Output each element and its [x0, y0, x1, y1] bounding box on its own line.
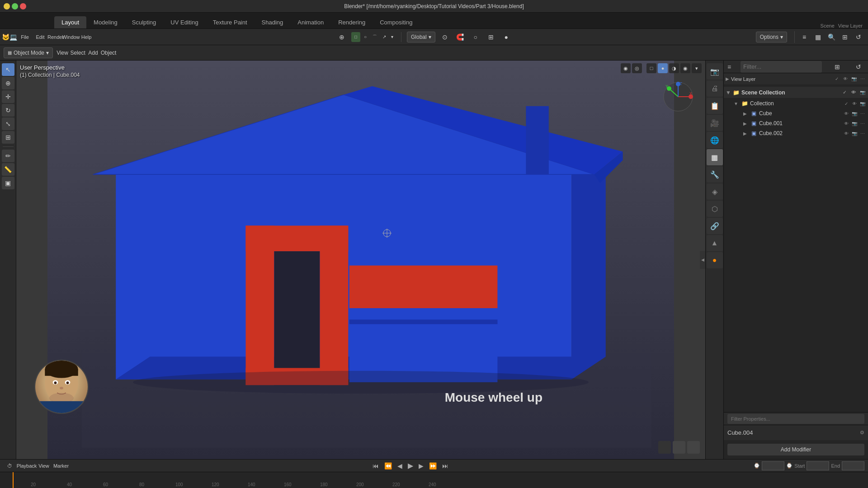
tab-uv-editing[interactable]: UV Editing: [163, 16, 205, 28]
tab-compositing[interactable]: Compositing: [373, 16, 420, 28]
current-frame-input[interactable]: 1: [762, 461, 784, 470]
next-frame[interactable]: ▶: [417, 461, 425, 470]
prop-modifier[interactable]: 🔧: [707, 166, 723, 183]
sc-camera[interactable]: 📷: [859, 89, 866, 96]
step-back[interactable]: ⏪: [382, 461, 394, 470]
cube-eye[interactable]: 👁: [843, 110, 850, 117]
prop-object-data[interactable]: ▲: [707, 235, 723, 251]
render-shade[interactable]: ◉: [680, 63, 690, 73]
edit-menu[interactable]: Edit: [34, 31, 46, 43]
outliner-icon[interactable]: ≡: [798, 31, 810, 43]
jump-end[interactable]: ⏭: [440, 461, 450, 470]
object-mode-dropdown[interactable]: ▦ Object Mode ▾: [4, 47, 53, 58]
cube002-item[interactable]: ▶ ▣ Cube.002 👁 📷 ⋯: [724, 128, 868, 138]
move-tool[interactable]: ✛: [2, 90, 14, 103]
display-mode-2[interactable]: [673, 441, 685, 454]
prop-particles[interactable]: ◈: [707, 183, 723, 200]
tab-modeling[interactable]: Modeling: [86, 16, 125, 28]
sc-check[interactable]: ✓: [841, 89, 848, 96]
prop-object[interactable]: ▦: [707, 149, 723, 165]
tab-rendering[interactable]: Rendering: [331, 16, 373, 28]
cube002-render[interactable]: 📷: [851, 130, 858, 137]
select-circle[interactable]: ○: [361, 32, 370, 42]
cube-render[interactable]: 📷: [851, 110, 858, 117]
cube001-eye[interactable]: 👁: [843, 120, 850, 127]
window-menu[interactable]: Window: [65, 31, 77, 43]
col-check[interactable]: ✓: [843, 100, 850, 107]
cube001-item[interactable]: ▶ ▣ Cube.001 👁 📷 ⋯: [724, 118, 868, 128]
solid-shade[interactable]: ●: [658, 63, 668, 73]
select-box[interactable]: □: [351, 32, 360, 42]
display-mode-1[interactable]: [658, 441, 671, 454]
material-shade[interactable]: ◑: [669, 63, 679, 73]
marker-btn[interactable]: Marker: [55, 460, 67, 472]
view-icon[interactable]: ▦: [812, 31, 824, 43]
timeline-icon[interactable]: ⏱: [4, 460, 15, 472]
outliner-sync[interactable]: ↺: [853, 61, 864, 73]
file-menu[interactable]: File: [19, 31, 31, 43]
search-icon[interactable]: 🔍: [826, 31, 837, 43]
cursor-tool[interactable]: ⊕: [2, 77, 14, 89]
window-minimize[interactable]: [4, 3, 10, 9]
prop-material[interactable]: ●: [707, 252, 723, 268]
cube001-more[interactable]: ⋯: [859, 120, 866, 127]
tab-texture-paint[interactable]: Texture Paint: [206, 16, 255, 28]
filter-icon[interactable]: ⊞: [839, 31, 851, 43]
window-close[interactable]: [20, 3, 26, 9]
add-cube-tool[interactable]: ▣: [2, 177, 14, 189]
transform-orientation[interactable]: Global ▾: [407, 32, 435, 42]
cube-more[interactable]: ⋯: [859, 110, 866, 117]
start-frame-input[interactable]: 1: [807, 461, 829, 470]
prop-physics[interactable]: ⬡: [707, 201, 723, 217]
options-menu[interactable]: Options ▾: [756, 32, 787, 42]
render-menu[interactable]: Render: [50, 31, 61, 43]
prop-world[interactable]: 🌐: [707, 132, 723, 148]
select-lasso[interactable]: ⌒: [370, 32, 379, 42]
scale-tool[interactable]: ⤡: [2, 117, 14, 130]
snap-element[interactable]: ⊞: [485, 31, 497, 43]
cube-item[interactable]: ▶ ▣ Cube 👁 📷 ⋯: [724, 108, 868, 118]
prev-frame[interactable]: ◀: [396, 461, 404, 470]
collection-item[interactable]: ▼ 📁 Collection ✓ 👁 📷: [724, 99, 868, 108]
tab-animation[interactable]: Animation: [290, 16, 331, 28]
measure-tool[interactable]: 📏: [2, 163, 14, 176]
blender-menu[interactable]: 🐱‍💻: [4, 31, 15, 43]
tool-cursor[interactable]: ⊕: [336, 31, 348, 43]
select-button[interactable]: Select: [72, 47, 84, 59]
prop-constraints[interactable]: 🔗: [707, 218, 723, 234]
transform-tool[interactable]: ⊞: [2, 131, 14, 144]
cube002-eye[interactable]: 👁: [843, 130, 850, 137]
view-button[interactable]: View: [57, 47, 68, 59]
add-button[interactable]: Add: [87, 47, 99, 59]
display-mode-3[interactable]: [687, 441, 700, 454]
autokeying[interactable]: ●: [500, 31, 512, 43]
object-button[interactable]: Object: [103, 47, 114, 59]
col-eye[interactable]: 👁: [851, 100, 858, 107]
rotate-tool[interactable]: ↻: [2, 104, 14, 117]
add-modifier-button[interactable]: Add Modifier: [727, 444, 864, 455]
step-forward[interactable]: ⏩: [427, 461, 439, 470]
proportional-edit[interactable]: ○: [470, 31, 481, 43]
tab-sculpting[interactable]: Sculpting: [125, 16, 163, 28]
timeline-ruler[interactable]: 20 40 60 80 100 120 140 160 180 200 220 …: [0, 472, 868, 488]
select-tweak[interactable]: ↗: [380, 32, 389, 42]
jump-start[interactable]: ⏮: [371, 461, 381, 470]
cube002-more[interactable]: ⋯: [859, 130, 866, 137]
viewport-3d[interactable]: User Perspective (1) Collection | Cube.0…: [16, 61, 705, 459]
tab-shading[interactable]: Shading: [255, 16, 291, 28]
prop-scene[interactable]: 🎥: [707, 115, 723, 131]
prop-render[interactable]: 📷: [707, 63, 723, 80]
help-menu[interactable]: Help: [80, 31, 92, 43]
shade-options[interactable]: ▾: [692, 63, 702, 73]
xray-toggle[interactable]: ◎: [632, 63, 642, 73]
properties-options[interactable]: ⚙: [860, 430, 864, 436]
pivot-point[interactable]: ⊙: [439, 31, 451, 43]
sync-icon[interactable]: ↺: [853, 31, 864, 43]
end-frame-input[interactable]: 250: [842, 461, 864, 470]
vl-eye[interactable]: 👁: [842, 75, 849, 83]
annotate-tool[interactable]: ✏: [2, 150, 14, 162]
wireframe-shade[interactable]: □: [646, 63, 656, 73]
play-btn[interactable]: ▶: [406, 460, 415, 471]
snap-toggle[interactable]: 🧲: [454, 31, 466, 43]
playback-btn[interactable]: Playback: [21, 460, 33, 472]
